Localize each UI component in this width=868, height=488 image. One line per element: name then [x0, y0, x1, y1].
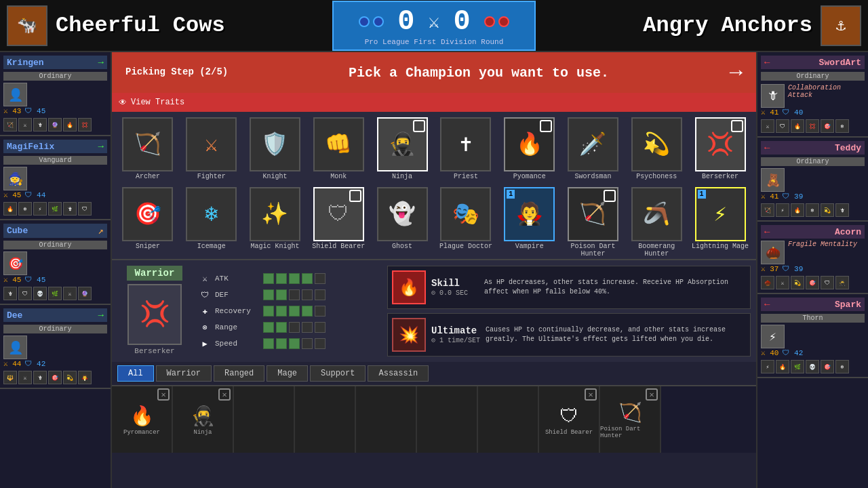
- champ-priest-sprite[interactable]: ✝️: [440, 117, 491, 171]
- tab-support[interactable]: Support: [310, 365, 366, 382]
- score-area: 0 ⚔ 0 Pro League First Division Round: [332, 1, 536, 51]
- champ-shield-bearer[interactable]: 🛡 Shield Bearer: [308, 187, 369, 258]
- spd-b2: [276, 338, 287, 349]
- pick-step: Picking Step (2/5): [125, 66, 228, 79]
- team-right-name: Angry Anchors: [643, 13, 812, 38]
- magifelix-c6: 🛡: [78, 202, 92, 216]
- champion-grid-row1: 🏹 Archer ⚔️ Fighter 🛡️ Knight 👊: [112, 112, 756, 186]
- champ-poison-dart[interactable]: 🏹 Poison Dart Hunter: [563, 187, 624, 258]
- champ-ghost-sprite[interactable]: 👻: [377, 187, 428, 241]
- tab-ranged[interactable]: Ranged: [214, 365, 264, 382]
- champ-ninja-sprite[interactable]: 🥷: [377, 117, 428, 171]
- champ-icemage[interactable]: ❄️ Icemage: [181, 187, 242, 258]
- acorn-avatar: 🌰: [761, 241, 785, 264]
- def-b1: [263, 289, 274, 300]
- champ-monk[interactable]: 👊 Monk: [308, 117, 369, 180]
- champ-lightning-mage-sprite[interactable]: 1 ⚡: [695, 187, 746, 241]
- champ-archer-sprite[interactable]: 🏹: [122, 117, 173, 171]
- champ-swordsman[interactable]: 🗡️ Swordsman: [563, 117, 624, 180]
- magifelix-def: 🛡 44: [24, 190, 45, 199]
- champ-icemage-name: Icemage: [197, 243, 226, 250]
- skill-desc: As HP decreases, other stats increase. R…: [484, 278, 746, 297]
- champ-fighter[interactable]: ⚔️ Fighter: [181, 117, 242, 180]
- atk-bars: [263, 273, 326, 284]
- cube-arrow: ↗: [98, 225, 104, 237]
- champ-vampire-sprite[interactable]: 1 🧛: [504, 187, 555, 241]
- magifelix-champs: 🔥 ❄ ⚡ 🌿 🗡 🛡: [3, 202, 107, 216]
- champ-swordsman-sprite[interactable]: 🗡️: [568, 117, 618, 171]
- champ-plague-doctor[interactable]: 🎭 Plague Doctor: [435, 187, 496, 258]
- magifelix-avatar: 🧙: [3, 167, 27, 190]
- match-label: Pro League First Division Round: [365, 38, 504, 46]
- champ-pyromance[interactable]: 🔥 Pyomance: [499, 117, 560, 180]
- cube-badge: Ordinary: [3, 241, 107, 249]
- detail-panel: Warrior 💢 Berserker ⚔ ATK: [112, 259, 756, 362]
- tab-warrior[interactable]: Warrior: [156, 365, 212, 382]
- tab-mage[interactable]: Mage: [267, 365, 308, 382]
- score-dot-2: [373, 16, 384, 27]
- champ-psychoness[interactable]: 💫 Psychoness: [626, 117, 687, 180]
- champ-magic-knight-sprite[interactable]: ✨: [250, 187, 300, 241]
- kringen-champ-6: 💢: [78, 118, 92, 131]
- champ-shield-bearer-sprite[interactable]: 🛡: [313, 187, 364, 241]
- champ-boomerang-name: Boomerang Hunter: [626, 243, 687, 258]
- ninja-ban-overlay: ✕: [218, 388, 231, 401]
- teddy-atk: ⚔ 41: [761, 192, 778, 201]
- player-panel-cube: Cube ↗ Ordinary 🎯 ⚔ 45 🛡 45 🗡 🛡 💀 🌿 ⚔ 🔮: [0, 220, 111, 305]
- tab-assassin[interactable]: Assassin: [368, 365, 429, 382]
- champ-magic-knight[interactable]: ✨ Magic Knight: [245, 187, 306, 258]
- view-traits-bar[interactable]: 👁 View Traits: [112, 93, 756, 112]
- champ-fighter-sprite[interactable]: ⚔️: [186, 117, 237, 171]
- champ-psychoness-sprite[interactable]: 💫: [631, 117, 682, 171]
- champ-lightning-mage[interactable]: 1 ⚡ Lightning Mage: [690, 187, 751, 258]
- champ-ghost[interactable]: 👻 Ghost: [372, 187, 433, 258]
- def-b5: [315, 289, 326, 300]
- champ-pyromance-sprite[interactable]: 🔥: [504, 117, 555, 171]
- swordart-stats: ⚔ 41 🛡 40: [761, 108, 865, 117]
- warrior-info: Warrior 💢 Berserker: [117, 266, 192, 357]
- warrior-sprite: 💢: [127, 284, 182, 345]
- tab-all[interactable]: All: [117, 365, 154, 382]
- enemy-name-row-teddy: ← Teddy: [761, 141, 865, 155]
- atk-row: ⚔ ATK: [199, 272, 380, 285]
- champ-ninja[interactable]: 🥷 Ninja: [372, 117, 433, 180]
- champ-plague-doctor-sprite[interactable]: 🎭: [440, 187, 491, 241]
- rec-b2: [276, 306, 287, 317]
- champ-poison-dart-sprite[interactable]: 🏹: [568, 187, 618, 241]
- champ-knight-sprite[interactable]: 🛡️: [250, 117, 300, 171]
- spark-c4: 💀: [806, 360, 819, 373]
- champ-knight[interactable]: 🛡️ Knight: [245, 117, 306, 180]
- champ-boomerang-sprite[interactable]: 🪃: [631, 187, 682, 241]
- spark-stats: ⚔ 40 🛡 42: [761, 348, 865, 357]
- champ-archer[interactable]: 🏹 Archer: [117, 117, 178, 180]
- pyromancer-ban-overlay: ✕: [157, 388, 170, 401]
- acorn-c1: 🌰: [761, 276, 774, 289]
- champ-monk-sprite[interactable]: 👊: [313, 117, 364, 171]
- score-left: 0: [397, 5, 414, 38]
- slot-ninja-name: Ninja: [193, 429, 212, 436]
- champ-priest[interactable]: ✝️ Priest: [435, 117, 496, 180]
- enemy-name-swordart: SwordArt: [819, 58, 861, 68]
- range-row: ⊗ Range: [199, 321, 380, 333]
- champ-vampire[interactable]: 1 🧛 Vampire: [499, 187, 560, 258]
- champ-berserker[interactable]: 💢 Berserker: [690, 117, 751, 180]
- skill-icon: 🔥: [392, 270, 426, 304]
- score-dot-r2: [498, 16, 509, 27]
- magifelix-arrow: →: [98, 141, 104, 152]
- cube-stats: ⚔ 45 🛡 45: [3, 275, 107, 284]
- player-name-dee: Dee: [7, 310, 22, 321]
- player-name-row-cube: Cube ↗: [3, 224, 107, 238]
- acorn-arrow: ←: [764, 226, 770, 237]
- champ-boomerang[interactable]: 🪃 Boomerang Hunter: [626, 187, 687, 258]
- champ-icemage-sprite[interactable]: ❄️: [186, 187, 237, 241]
- champ-sniper[interactable]: 🎯 Sniper: [117, 187, 178, 258]
- spd-b5: [315, 338, 326, 349]
- champ-sniper-sprite[interactable]: 🎯: [122, 187, 173, 241]
- kringen-champ-2: ⚔: [18, 118, 32, 131]
- spark-arrow: ←: [764, 299, 770, 310]
- swordart-c5: 🎯: [821, 119, 834, 133]
- speed-label: Speed: [215, 340, 259, 348]
- swords-icon: ⚔: [429, 10, 440, 33]
- teddy-c2: ⚡: [776, 203, 789, 217]
- champ-berserker-sprite[interactable]: 💢: [695, 117, 746, 171]
